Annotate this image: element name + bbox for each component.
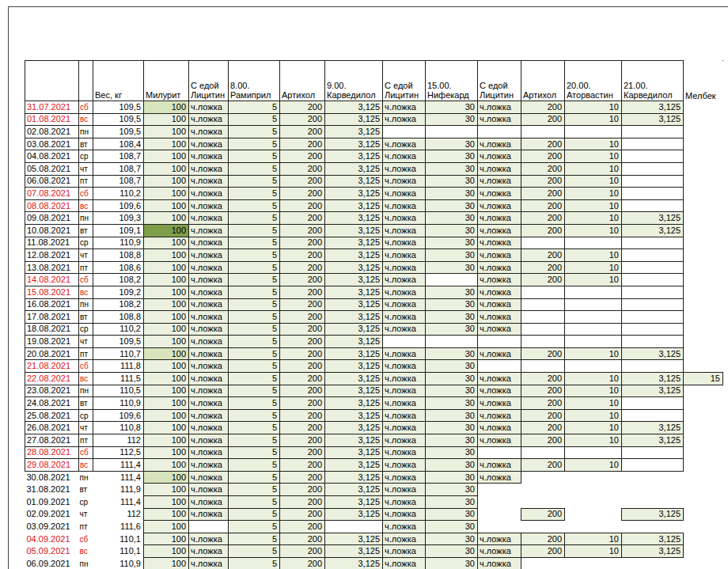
cell-melbek[interactable]: [684, 237, 723, 249]
cell-nifecard[interactable]: 30: [426, 521, 478, 533]
cell-licitin-morning[interactable]: ч.ложка: [189, 336, 229, 348]
cell-carvedilol-21[interactable]: [622, 484, 684, 496]
cell-date[interactable]: 11.08.2021: [25, 237, 79, 249]
cell-ramipril[interactable]: 5: [229, 311, 280, 324]
cell-carvedilol-21[interactable]: [622, 311, 684, 324]
cell-nifecard[interactable]: 30: [426, 373, 478, 385]
cell-weight[interactable]: 110,9: [93, 557, 144, 569]
cell-licitin-noon[interactable]: ч.ложка: [383, 459, 426, 472]
cell-atorvastin[interactable]: 10: [565, 261, 622, 274]
cell-licitin-evening[interactable]: ч.ложка: [478, 347, 521, 360]
cell-carvedilol-9[interactable]: 3,125: [325, 323, 383, 336]
cell-carvedilol-9[interactable]: 3,125: [325, 162, 383, 175]
cell-day[interactable]: вс: [79, 545, 93, 558]
cell-atorvastin[interactable]: 10: [565, 347, 622, 360]
cell-ramipril[interactable]: 5: [229, 533, 280, 545]
cell-milurit[interactable]: 100: [144, 274, 189, 286]
cell-atorvastin[interactable]: [565, 484, 622, 496]
cell-ramipril[interactable]: 5: [229, 274, 280, 286]
cell-licitin-evening[interactable]: ч.ложка: [478, 434, 521, 447]
cell-licitin-noon[interactable]: ч.ложка: [383, 557, 426, 569]
cell-weight[interactable]: 108,7: [93, 150, 144, 163]
cell-licitin-noon[interactable]: ч.ложка: [383, 385, 426, 397]
cell-ramipril[interactable]: 5: [229, 237, 280, 249]
cell-atorvastin[interactable]: [565, 496, 622, 509]
cell-artihol-evening[interactable]: 200: [521, 249, 565, 262]
cell-milurit[interactable]: 100: [144, 249, 189, 262]
cell-artihol-morning[interactable]: 200: [280, 336, 325, 348]
cell-licitin-morning[interactable]: ч.ложка: [189, 323, 229, 336]
cell-melbek[interactable]: [684, 385, 723, 397]
cell-day[interactable]: сб: [79, 533, 93, 545]
cell-nifecard[interactable]: 30: [426, 434, 478, 447]
cell-carvedilol-21[interactable]: [622, 175, 684, 188]
cell-atorvastin[interactable]: 10: [565, 199, 622, 212]
cell-nifecard[interactable]: 30: [426, 138, 478, 150]
cell-nifecard[interactable]: [426, 336, 478, 348]
cell-melbek[interactable]: [684, 521, 723, 533]
cell-carvedilol-21[interactable]: 3,125: [622, 224, 684, 237]
cell-nifecard[interactable]: 30: [426, 496, 478, 509]
cell-atorvastin[interactable]: 10: [565, 224, 622, 237]
cell-artihol-evening[interactable]: [521, 336, 565, 348]
cell-licitin-noon[interactable]: ч.ложка: [383, 101, 426, 114]
cell-nifecard[interactable]: 30: [426, 385, 478, 397]
cell-nifecard[interactable]: 30: [426, 446, 478, 459]
cell-licitin-noon[interactable]: ч.ложка: [383, 347, 426, 360]
cell-milurit[interactable]: 100: [144, 409, 189, 422]
cell-weight[interactable]: 109,5: [93, 113, 144, 126]
cell-licitin-morning[interactable]: ч.ложка: [189, 311, 229, 324]
cell-date[interactable]: 25.08.2021: [25, 409, 79, 422]
cell-licitin-noon[interactable]: ч.ложка: [383, 521, 426, 533]
cell-carvedilol-9[interactable]: 3,125: [325, 434, 383, 447]
cell-milurit[interactable]: 100: [144, 101, 189, 114]
cell-licitin-morning[interactable]: ч.ложка: [189, 113, 229, 126]
cell-milurit[interactable]: 100: [144, 557, 189, 569]
cell-milurit[interactable]: 100: [144, 212, 189, 225]
cell-licitin-morning[interactable]: ч.ложка: [189, 138, 229, 150]
cell-melbek[interactable]: [684, 175, 723, 188]
cell-date[interactable]: 27.08.2021: [25, 434, 79, 447]
cell-carvedilol-9[interactable]: 3,125: [325, 484, 383, 496]
cell-licitin-noon[interactable]: ч.ложка: [383, 373, 426, 385]
cell-carvedilol-21[interactable]: 3,125: [622, 533, 684, 545]
cell-licitin-noon[interactable]: ч.ложка: [383, 188, 426, 200]
cell-licitin-evening[interactable]: ч.ложка: [478, 373, 521, 385]
cell-melbek[interactable]: [684, 397, 723, 410]
cell-date[interactable]: 29.08.2021: [25, 459, 79, 472]
cell-ramipril[interactable]: 5: [229, 496, 280, 509]
cell-ramipril[interactable]: 5: [229, 101, 280, 114]
cell-weight[interactable]: 109,5: [93, 336, 144, 348]
cell-carvedilol-21[interactable]: 3,125: [622, 373, 684, 385]
cell-nifecard[interactable]: 30: [426, 162, 478, 175]
cell-weight[interactable]: 110,2: [93, 188, 144, 200]
cell-atorvastin[interactable]: [565, 126, 622, 138]
cell-nifecard[interactable]: 30: [426, 286, 478, 298]
cell-licitin-noon[interactable]: ч.ложка: [383, 323, 426, 336]
cell-ramipril[interactable]: 5: [229, 138, 280, 150]
cell-nifecard[interactable]: 30: [426, 199, 478, 212]
cell-weight[interactable]: 111,4: [93, 459, 144, 472]
cell-melbek[interactable]: [684, 113, 723, 126]
cell-melbek[interactable]: [684, 360, 723, 373]
cell-licitin-evening[interactable]: ч.ложка: [478, 557, 521, 569]
cell-date[interactable]: 28.08.2021: [25, 446, 79, 459]
cell-licitin-morning[interactable]: ч.ложка: [189, 533, 229, 545]
cell-artihol-evening[interactable]: [521, 126, 565, 138]
cell-licitin-noon[interactable]: ч.ложка: [383, 175, 426, 188]
cell-weight[interactable]: 109,1: [93, 224, 144, 237]
column-header-melbek[interactable]: Мелбек: [684, 61, 723, 101]
cell-weight[interactable]: 108,7: [93, 175, 144, 188]
cell-carvedilol-21[interactable]: [622, 459, 684, 472]
cell-carvedilol-9[interactable]: 3,125: [325, 224, 383, 237]
cell-day[interactable]: чт: [79, 422, 93, 434]
cell-carvedilol-21[interactable]: [622, 274, 684, 286]
cell-nifecard[interactable]: [426, 126, 478, 138]
cell-day[interactable]: пн: [79, 471, 93, 484]
cell-carvedilol-9[interactable]: 3,125: [325, 175, 383, 188]
cell-ramipril[interactable]: 5: [229, 212, 280, 225]
cell-licitin-evening[interactable]: [478, 496, 521, 509]
cell-licitin-evening[interactable]: ч.ложка: [478, 409, 521, 422]
cell-carvedilol-9[interactable]: 3,125: [325, 557, 383, 569]
cell-weight[interactable]: 108,2: [93, 274, 144, 286]
